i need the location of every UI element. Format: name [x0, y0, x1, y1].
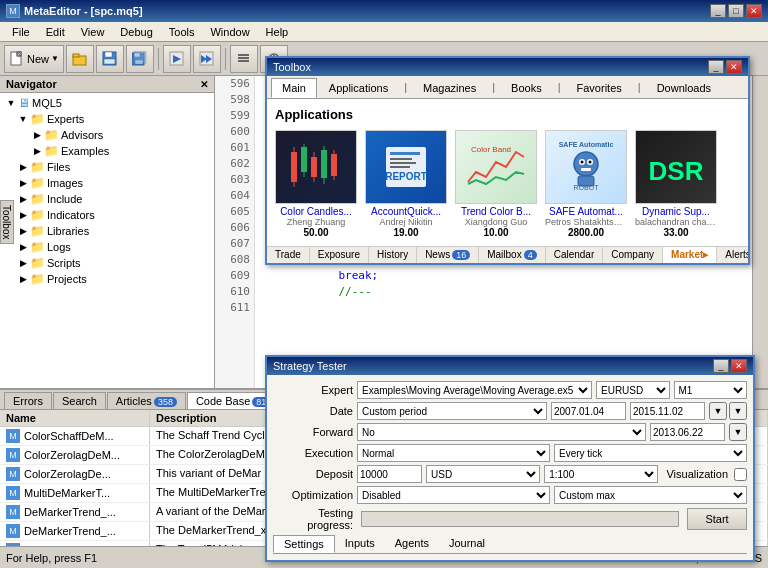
menu-tools[interactable]: Tools [161, 24, 203, 40]
date-to-picker[interactable]: ▼ [729, 402, 747, 420]
st-minimize-btn[interactable]: _ [713, 359, 729, 373]
projects-label: Projects [47, 273, 87, 285]
save-all-button[interactable] [126, 45, 154, 73]
st-row-date: Date Custom period ▼ ▼ [273, 402, 747, 420]
tree-item-examples[interactable]: ▶ 📁 Examples [2, 143, 212, 159]
market-tab-trade[interactable]: Trade [267, 247, 310, 263]
market-tab-market[interactable]: Market▸ [663, 247, 717, 263]
menu-window[interactable]: Window [202, 24, 257, 40]
save-icon [102, 51, 118, 67]
tool-btn-3[interactable] [230, 45, 258, 73]
custom-max-select[interactable]: Custom max [554, 486, 747, 504]
forward-date-picker[interactable]: ▼ [729, 423, 747, 441]
toolbox-tab-downloads[interactable]: Downloads [646, 78, 722, 98]
menu-file[interactable]: File [4, 24, 38, 40]
folder-files-icon: 📁 [30, 160, 45, 174]
app-card-1[interactable]: REPORT AccountQuick... Andrej Nikitin 19… [365, 130, 447, 238]
deposit-input[interactable] [357, 465, 422, 483]
tree-item-indicators[interactable]: ▶ 📁 Indicators [2, 207, 212, 223]
start-button[interactable]: Start [687, 508, 747, 530]
tree-item-files[interactable]: ▶ 📁 Files [2, 159, 212, 175]
svg-rect-19 [238, 60, 249, 62]
new-dropdown-arrow[interactable]: ▼ [51, 54, 59, 63]
open-button[interactable] [66, 45, 94, 73]
app-card-4[interactable]: DSR Dynamic Sup... balachandran chand...… [635, 130, 717, 238]
market-tab-news[interactable]: News16 [417, 247, 479, 263]
save-button[interactable] [96, 45, 124, 73]
date-from-picker[interactable]: ▼ [709, 402, 727, 420]
market-tab-calendar[interactable]: Calendar [546, 247, 604, 263]
maximize-button[interactable]: □ [728, 4, 744, 18]
bottom-tab-search[interactable]: Search [53, 392, 106, 409]
menu-help[interactable]: Help [258, 24, 297, 40]
svg-text:Color Band: Color Band [471, 145, 511, 154]
st-close-btn[interactable]: ✕ [731, 359, 747, 373]
bottom-tab-errors[interactable]: Errors [4, 392, 52, 409]
date-to-input[interactable] [630, 402, 705, 420]
compile-button[interactable] [163, 45, 191, 73]
toolbox-side-button[interactable]: Toolbox [0, 200, 14, 244]
st-tab-agents[interactable]: Agents [385, 535, 439, 553]
symbol-select[interactable]: EURUSD [596, 381, 670, 399]
visualization-checkbox[interactable] [734, 468, 747, 481]
folder-indicators-icon: 📁 [30, 208, 45, 222]
tree-item-images[interactable]: ▶ 📁 Images [2, 175, 212, 191]
app-author-0: Zheng Zhuang [275, 217, 357, 227]
toolbox-tab-favorites[interactable]: Favorites [566, 78, 633, 98]
expert-select[interactable]: Examples\Moving Average\Moving Average.e… [357, 381, 592, 399]
compile2-button[interactable] [193, 45, 221, 73]
market-tab-history[interactable]: History [369, 247, 417, 263]
tree-item-libraries[interactable]: ▶ 📁 Libraries [2, 223, 212, 239]
market-tab-exposure[interactable]: Exposure [310, 247, 369, 263]
comment-token: //--- [338, 285, 371, 298]
app-card-2[interactable]: Color Band Trend Color B... Xiangdong Gu… [455, 130, 537, 238]
optimization-select[interactable]: Disabled [357, 486, 550, 504]
tree-item-mql5[interactable]: ▼ 🖥 MQL5 [2, 95, 212, 111]
toolbox-minimize-btn[interactable]: _ [708, 60, 724, 74]
row0-icon: M [6, 429, 20, 443]
menu-edit[interactable]: Edit [38, 24, 73, 40]
minimize-button[interactable]: _ [710, 4, 726, 18]
timeframe-select[interactable]: M1 [674, 381, 748, 399]
menu-view[interactable]: View [73, 24, 113, 40]
st-tab-inputs[interactable]: Inputs [335, 535, 385, 553]
app-card-0[interactable]: Color Candles... Zheng Zhuang 50.00 [275, 130, 357, 238]
leverage-select[interactable]: 1:100 [544, 465, 658, 483]
every-tick-select[interactable]: Every tick [554, 444, 747, 462]
toolbox-tab-main[interactable]: Main [271, 78, 317, 98]
forward-date-input[interactable] [650, 423, 725, 441]
tree-item-logs[interactable]: ▶ 📁 Logs [2, 239, 212, 255]
tree-item-projects[interactable]: ▶ 📁 Projects [2, 271, 212, 287]
tree-item-include[interactable]: ▶ 📁 Include [2, 191, 212, 207]
tree-item-scripts[interactable]: ▶ 📁 Scripts [2, 255, 212, 271]
toolbox-tab-magazines[interactable]: Magazines [412, 78, 487, 98]
indicators-label: Indicators [47, 209, 95, 221]
forward-select[interactable]: No [357, 423, 646, 441]
toolbox-tab-books[interactable]: Books [500, 78, 553, 98]
date-mode-select[interactable]: Custom period [357, 402, 547, 420]
candles-chart [286, 142, 346, 192]
status-left: For Help, press F1 [6, 552, 97, 564]
menu-debug[interactable]: Debug [112, 24, 160, 40]
navigator-close-button[interactable]: ✕ [200, 79, 208, 90]
app-card-3[interactable]: SAFE Automatic ROBOT SAFE Automat... Pet… [545, 130, 627, 238]
toolbox-tab-applications[interactable]: Applications [318, 78, 399, 98]
new-button[interactable]: New ▼ [4, 45, 64, 73]
close-button[interactable]: ✕ [746, 4, 762, 18]
tree-item-advisors[interactable]: ▶ 📁 Advisors [2, 127, 212, 143]
bottom-tab-articles[interactable]: Articles358 [107, 392, 186, 409]
code-line-611 [259, 300, 752, 316]
st-tab-journal[interactable]: Journal [439, 535, 495, 553]
st-tabs-bar: Settings Inputs Agents Journal [273, 535, 747, 554]
folder-examples-icon: 📁 [44, 144, 59, 158]
currency-select[interactable]: USD [426, 465, 540, 483]
tree-item-experts[interactable]: ▼ 📁 Experts [2, 111, 212, 127]
st-tab-settings[interactable]: Settings [273, 535, 335, 553]
market-tab-alerts[interactable]: Alerts [717, 247, 748, 263]
execution-select[interactable]: Normal [357, 444, 550, 462]
toolbox-close-btn[interactable]: ✕ [726, 60, 742, 74]
date-from-input[interactable] [551, 402, 626, 420]
st-row-expert: Expert Examples\Moving Average\Moving Av… [273, 381, 747, 399]
market-tab-mailbox[interactable]: Mailbox4 [479, 247, 545, 263]
market-tab-company[interactable]: Company [603, 247, 663, 263]
